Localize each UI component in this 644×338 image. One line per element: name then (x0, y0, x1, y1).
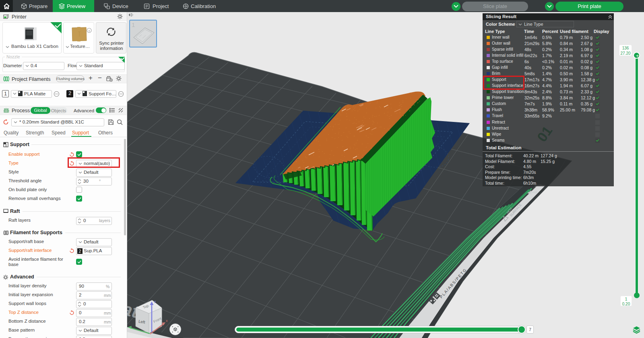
svg-text:z: z (154, 300, 156, 304)
svg-text:x: x (166, 319, 168, 323)
